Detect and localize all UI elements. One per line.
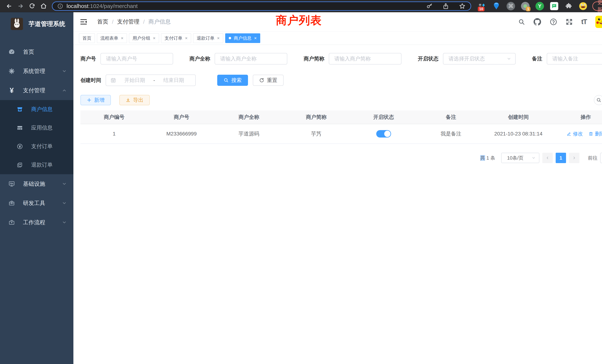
- status-toggle[interactable]: [376, 130, 391, 138]
- close-icon[interactable]: ×: [121, 36, 123, 40]
- col-full-name: 商户全称: [215, 114, 283, 121]
- github-icon[interactable]: [533, 18, 541, 26]
- search-button[interactable]: 搜索: [217, 75, 248, 86]
- close-icon[interactable]: ×: [185, 36, 188, 40]
- tab-pay-order[interactable]: 支付订单×: [161, 33, 191, 43]
- status-select[interactable]: 请选择开启状态: [443, 53, 516, 64]
- extension-list-icon[interactable]: 10: [477, 2, 486, 11]
- reset-button[interactable]: 重置: [253, 75, 284, 86]
- sidebar-item-label: 支付订单: [31, 143, 53, 150]
- toggle-search-button[interactable]: [594, 95, 602, 105]
- extension-balloon-icon[interactable]: [492, 2, 501, 11]
- profile-emoji-icon[interactable]: [579, 2, 588, 11]
- add-button[interactable]: 新增: [80, 95, 111, 105]
- toggle-knob-icon: [384, 131, 390, 137]
- extension-badge: 10: [478, 7, 484, 11]
- edit-pencil-icon: [567, 131, 571, 136]
- status-label: 开启状态: [418, 55, 439, 62]
- grid-icon: [16, 125, 23, 131]
- search-icon[interactable]: [518, 19, 525, 25]
- extension-chat-icon[interactable]: [550, 2, 559, 11]
- search-icon: [224, 78, 229, 83]
- col-short-name: 商户简称: [283, 114, 350, 121]
- sidebar-item-payment[interactable]: ¥ 支付管理: [0, 81, 73, 100]
- date-end-placeholder: 结束日期: [157, 77, 191, 84]
- short-name-input[interactable]: [329, 53, 401, 64]
- password-key-icon[interactable]: [426, 3, 433, 10]
- tab-merchant-info[interactable]: 商户信息×: [225, 33, 260, 43]
- sidebar-item-workflow[interactable]: 工作流程: [0, 213, 73, 232]
- close-icon[interactable]: ×: [153, 36, 155, 40]
- chevron-left-icon: [546, 156, 549, 160]
- sidebar: 芋道管理系统 首页 系统管理 ¥ 支付管理: [0, 12, 73, 364]
- chat-bubble-icon: [550, 2, 558, 10]
- filter-row-1: 商户号 商户全称 商户简称 开启状态 请选择开启状态: [80, 53, 602, 64]
- font-size-icon[interactable]: tT: [581, 18, 587, 26]
- goto-page-input[interactable]: [600, 153, 602, 163]
- fullscreen-icon[interactable]: [566, 18, 573, 25]
- export-button[interactable]: 导出: [119, 95, 150, 105]
- page-size-select[interactable]: 10条/页: [501, 153, 539, 163]
- extension-status-icon[interactable]: 1: [521, 2, 530, 11]
- logo-avatar: [11, 18, 23, 30]
- merchant-no-input[interactable]: [100, 53, 173, 64]
- help-icon[interactable]: [550, 18, 557, 26]
- sidebar-item-refund-order[interactable]: 退款订单: [0, 156, 73, 174]
- date-range-picker[interactable]: 开始日期 - 结束日期: [106, 75, 196, 86]
- laughing-face-icon: [579, 2, 587, 10]
- edit-button[interactable]: 修改: [567, 130, 583, 137]
- browser-reload-button[interactable]: [26, 1, 38, 11]
- app-logo[interactable]: 芋道管理系统: [0, 12, 73, 36]
- delete-button[interactable]: 删除: [589, 130, 602, 137]
- breadcrumb-current: 商户信息: [149, 18, 171, 26]
- toolbox-icon: [8, 200, 15, 206]
- forward-arrow-icon: [17, 3, 24, 9]
- full-name-label: 商户全称: [189, 55, 210, 62]
- user-avatar[interactable]: [595, 16, 602, 28]
- breadcrumb-separator: /: [112, 19, 113, 25]
- tab-process-form[interactable]: 流程表单×: [97, 33, 127, 43]
- extensions-puzzle-icon[interactable]: [564, 2, 573, 11]
- prev-page-button[interactable]: [542, 153, 553, 163]
- sidebar-item-merchant-info[interactable]: 商户信息: [0, 100, 73, 119]
- trash-icon: [589, 131, 593, 136]
- tab-refund-order[interactable]: 退款订单×: [193, 33, 223, 43]
- chevron-down-icon: [62, 201, 67, 205]
- browser-home-button[interactable]: [38, 1, 49, 11]
- goto-label: 前往: [588, 155, 598, 161]
- sidebar-item-dev-tools[interactable]: 研发工具: [0, 193, 73, 213]
- sidebar-collapse-icon[interactable]: [80, 19, 87, 25]
- sidebar-item-label: 工作流程: [23, 219, 45, 226]
- tab-user-group[interactable]: 用户分组×: [129, 33, 159, 43]
- full-name-input[interactable]: [215, 53, 287, 64]
- extension-y-icon[interactable]: Y: [535, 2, 544, 11]
- bookmark-star-icon[interactable]: [459, 3, 466, 10]
- browser-toolbar: localhost:1024/pay/merchant 10 ⌘: [0, 0, 602, 12]
- yen-icon: ¥: [8, 86, 15, 95]
- close-icon[interactable]: ×: [217, 36, 220, 40]
- chrome-update-button[interactable]: 更新: [592, 1, 602, 11]
- browser-back-button[interactable]: [3, 1, 15, 11]
- breadcrumb: 首页 / 支付管理 / 商户信息: [97, 18, 171, 26]
- pay-order-icon: [16, 143, 23, 150]
- extension-command-icon[interactable]: ⌘: [506, 2, 515, 11]
- extension-notification-badge: 1: [526, 7, 530, 11]
- chevron-down-icon: [62, 69, 67, 74]
- sidebar-item-pay-order[interactable]: 支付订单: [0, 137, 73, 156]
- site-info-icon[interactable]: [57, 3, 63, 9]
- breadcrumb-home[interactable]: 首页: [97, 18, 108, 26]
- breadcrumb-section[interactable]: 支付管理: [117, 18, 139, 26]
- sidebar-item-home[interactable]: 首页: [0, 42, 73, 62]
- close-icon[interactable]: ×: [254, 36, 257, 40]
- sidebar-item-system[interactable]: 系统管理: [0, 62, 73, 81]
- col-status: 开启状态: [350, 114, 417, 121]
- url-bar[interactable]: localhost:1024/pay/merchant: [52, 1, 471, 11]
- remark-input[interactable]: [547, 53, 602, 64]
- page-1-button[interactable]: 1: [556, 153, 566, 163]
- sidebar-item-app-info[interactable]: 应用信息: [0, 119, 73, 137]
- sidebar-item-infra[interactable]: 基础设施: [0, 174, 73, 193]
- next-page-button[interactable]: [569, 153, 579, 163]
- browser-forward-button[interactable]: [15, 1, 26, 11]
- tab-home[interactable]: 首页: [79, 33, 95, 43]
- share-icon[interactable]: [442, 3, 449, 10]
